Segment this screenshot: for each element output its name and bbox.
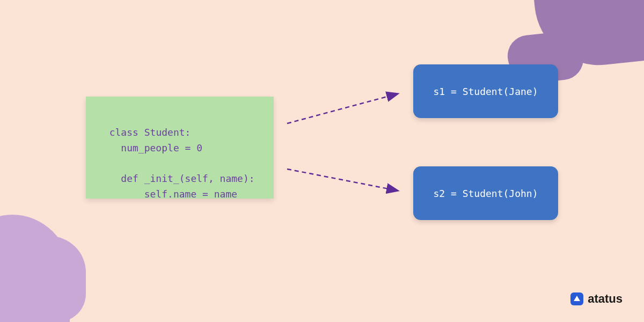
class-definition-box: class Student: num_people = 0 def _init_…	[86, 97, 274, 199]
class-code-text: class Student: num_people = 0 def _init_…	[98, 127, 255, 200]
arrow-to-s1	[287, 94, 397, 123]
brand-name-text: atatus	[588, 292, 623, 306]
instance-box-s2: s2 = Student(John)	[413, 166, 558, 220]
brand-logo-icon	[570, 292, 583, 305]
decor-blob-top-right	[532, 0, 644, 71]
instance-s2-text: s2 = Student(John)	[433, 188, 538, 199]
decor-blob-bottom-left	[0, 215, 70, 322]
brand-logo: atatus	[570, 292, 623, 306]
arrow-to-s2	[287, 169, 397, 191]
instance-box-s1: s1 = Student(Jane)	[413, 64, 558, 118]
instance-s1-text: s1 = Student(Jane)	[433, 86, 538, 97]
